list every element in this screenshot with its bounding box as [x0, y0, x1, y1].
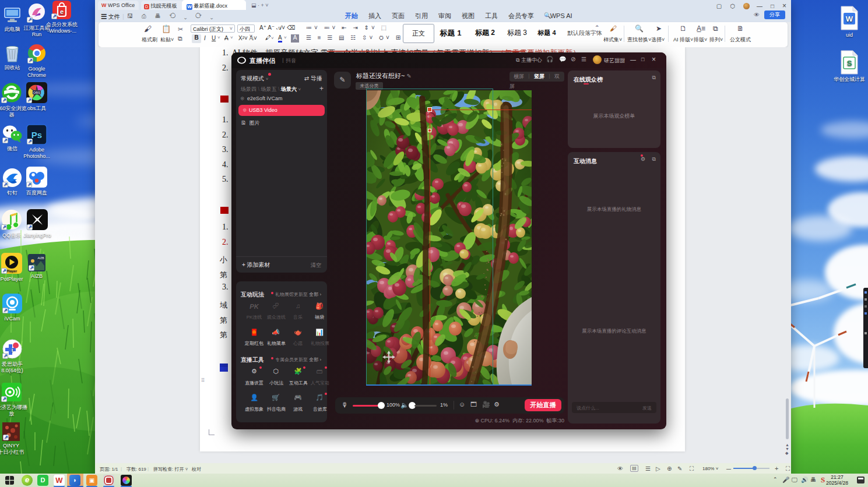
- svg-text:AIZB: AIZB: [37, 256, 44, 260]
- svg-text:OBS: OBS: [33, 91, 40, 94]
- svg-text:i: i: [12, 347, 13, 353]
- svg-text:W: W: [846, 15, 853, 23]
- svg-text:Ps: Ps: [31, 130, 42, 140]
- svg-text:e: e: [60, 8, 64, 15]
- svg-text:S: S: [847, 59, 852, 68]
